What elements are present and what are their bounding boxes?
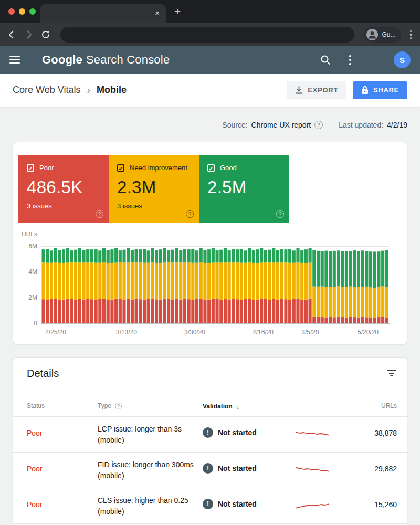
exclamation-icon: !: [203, 499, 213, 509]
traffic-light-close-icon[interactable]: [8, 8, 15, 15]
export-label: EXPORT: [308, 86, 338, 94]
browser-menu-icon[interactable]: [408, 30, 414, 39]
browser-toolbar: Gu...: [0, 23, 420, 46]
table-header: Status Type? Validation↓ URLs: [13, 397, 408, 417]
details-panel: Details Status Type? Validation↓ URLs Po…: [13, 357, 407, 525]
traffic-light-zoom-icon[interactable]: [29, 8, 36, 15]
browser-tab-strip: × +: [0, 0, 420, 23]
share-button[interactable]: SHARE: [353, 81, 407, 99]
type-cell[interactable]: FID issue: longer than 300ms(mobile): [98, 459, 194, 481]
tab-close-icon[interactable]: ×: [155, 8, 160, 18]
address-bar[interactable]: [60, 27, 354, 43]
status-cell: Poor: [27, 429, 43, 437]
profile-label: Gu...: [382, 31, 395, 38]
report-meta: Source: Chrome UX report ? Last updated:…: [222, 121, 407, 129]
validation-cell: !Not started: [203, 427, 257, 438]
header-status[interactable]: Status: [27, 402, 45, 410]
summary-card-need-improvement[interactable]: ✓Need improvement 2.3M 3 issues ?: [109, 155, 199, 223]
x-tick-label: 3/5/20: [292, 329, 329, 336]
type-cell[interactable]: CLS issue: higher than 0.25(mobile): [98, 495, 188, 517]
logo-google: Google: [42, 53, 82, 66]
browser-tab[interactable]: ×: [40, 4, 166, 23]
reload-icon[interactable]: [41, 30, 50, 39]
search-icon[interactable]: [320, 54, 331, 66]
summary-cards: ✓Poor 486.5K 3 issues ? ✓Need improvemen…: [18, 155, 289, 223]
filter-icon[interactable]: [387, 370, 396, 377]
y-tick-0: 0: [17, 320, 37, 327]
trend-sparkline: [296, 429, 329, 439]
table-row[interactable]: Poor CLS issue: higher than 0.25(mobile)…: [13, 488, 408, 524]
lock-icon: [361, 86, 369, 94]
y-axis-title: URLs: [22, 230, 37, 238]
checkbox-icon[interactable]: ✓: [117, 164, 124, 172]
x-axis-line: [41, 323, 390, 324]
overflow-menu-icon[interactable]: [347, 55, 353, 65]
menu-icon[interactable]: [9, 56, 20, 64]
download-icon: [295, 86, 303, 94]
x-tick-label: 2/25/20: [37, 329, 74, 336]
x-tick-label: 3/30/20: [176, 329, 213, 336]
header-type[interactable]: Type?: [98, 402, 122, 410]
status-cell: Poor: [27, 465, 43, 473]
header-validation[interactable]: Validation↓: [203, 402, 240, 411]
table-row[interactable]: Poor LCP issue: longer than 3s(mobile) !…: [13, 417, 408, 453]
share-label: SHARE: [373, 86, 399, 94]
page-title: Mobile: [97, 85, 127, 96]
breadcrumb-bar: Core Web Vitals › Mobile EXPORT SHARE: [0, 74, 420, 107]
apps-grid-icon[interactable]: [369, 55, 380, 66]
card-issues[interactable]: 3 issues: [27, 202, 100, 210]
back-icon[interactable]: [6, 29, 17, 40]
help-icon[interactable]: ?: [96, 210, 103, 218]
help-icon[interactable]: ?: [115, 403, 122, 410]
help-icon[interactable]: ?: [314, 121, 323, 129]
checkbox-icon[interactable]: ✓: [27, 164, 34, 172]
forward-icon[interactable]: [24, 29, 34, 40]
exclamation-icon: !: [203, 427, 213, 438]
last-updated-label: Last updated:: [339, 121, 383, 129]
trend-sparkline: [296, 465, 329, 475]
card-issues[interactable]: 3 issues: [117, 202, 191, 210]
urls-cell: 38,878: [374, 429, 397, 437]
logo-search-console: Search Console: [86, 53, 170, 66]
header-urls[interactable]: URLs: [381, 402, 397, 410]
x-axis-ticks: 2/25/203/13/203/30/204/16/203/5/205/20/2…: [41, 329, 389, 337]
table-row[interactable]: Poor FID issue: longer than 300ms(mobile…: [13, 453, 408, 488]
card-label: Poor: [39, 164, 54, 172]
person-icon: [366, 28, 379, 41]
summary-card-good[interactable]: ✓Good 2.5M ?: [199, 155, 289, 223]
help-icon[interactable]: ?: [276, 210, 284, 218]
x-tick-label: 5/20/20: [350, 329, 386, 336]
exclamation-icon: !: [203, 463, 213, 474]
source-label: Source:: [222, 121, 247, 129]
y-tick-4m: 4M: [17, 268, 37, 276]
sort-desc-icon: ↓: [236, 402, 240, 411]
card-label: Need improvement: [130, 164, 187, 172]
help-icon[interactable]: ?: [186, 210, 194, 218]
type-cell[interactable]: LCP issue: longer than 3s(mobile): [98, 424, 182, 446]
trend-sparkline: [296, 501, 329, 510]
app-bar: GoogleSearch Console S: [0, 46, 420, 74]
x-tick-label: 3/13/20: [108, 329, 145, 336]
y-tick-2m: 2M: [17, 294, 37, 301]
export-button[interactable]: EXPORT: [287, 81, 346, 99]
breadcrumb: Core Web Vitals › Mobile: [13, 84, 127, 96]
checkbox-icon[interactable]: ✓: [207, 164, 215, 172]
browser-profile-chip[interactable]: Gu...: [364, 27, 401, 43]
urls-cell: 29,882: [374, 465, 397, 473]
traffic-light-minimize-icon[interactable]: [19, 8, 25, 15]
account-avatar[interactable]: S: [394, 51, 411, 68]
y-tick-6m: 6M: [17, 243, 37, 250]
app-logo[interactable]: GoogleSearch Console: [42, 53, 170, 67]
status-cell: Poor: [27, 500, 43, 509]
summary-card-poor[interactable]: ✓Poor 486.5K 3 issues ?: [18, 155, 109, 223]
stacked-bar-chart[interactable]: [41, 246, 389, 323]
source-value: Chrome UX report: [251, 121, 311, 129]
card-label: Good: [220, 164, 237, 172]
urls-cell: 15,260: [374, 500, 397, 509]
card-value: 2.3M: [117, 177, 191, 197]
breadcrumb-section[interactable]: Core Web Vitals: [13, 85, 80, 96]
new-tab-icon[interactable]: +: [174, 5, 181, 18]
chart-panel: ✓Poor 486.5K 3 issues ? ✓Need improvemen…: [13, 142, 407, 344]
x-tick-label: 4/16/20: [245, 329, 281, 336]
chevron-right-icon: ›: [87, 84, 90, 96]
